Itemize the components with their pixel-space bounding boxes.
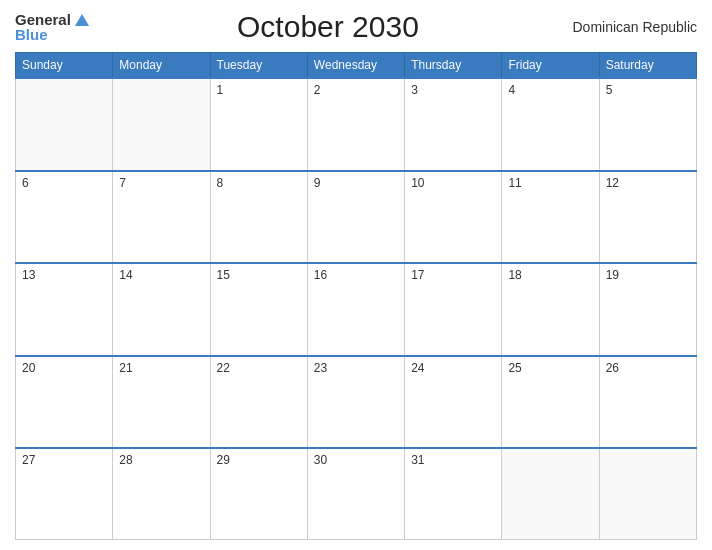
day-number: 16 [314,268,327,282]
calendar-day-cell: 24 [405,356,502,449]
calendar-day-cell: 10 [405,171,502,264]
day-number: 27 [22,453,35,467]
region-label: Dominican Republic [567,19,697,35]
calendar-day-cell: 11 [502,171,599,264]
day-number: 18 [508,268,521,282]
day-number: 30 [314,453,327,467]
day-number: 8 [217,176,224,190]
calendar-day-cell: 5 [599,78,696,171]
day-number: 1 [217,83,224,97]
calendar-day-cell: 29 [210,448,307,539]
day-number: 15 [217,268,230,282]
calendar-day-cell: 17 [405,263,502,356]
calendar-day-cell: 7 [113,171,210,264]
calendar-day-cell: 31 [405,448,502,539]
day-number: 5 [606,83,613,97]
calendar-day-cell: 13 [16,263,113,356]
calendar-title: October 2030 [89,10,567,44]
calendar-day-cell: 3 [405,78,502,171]
day-number: 20 [22,361,35,375]
weekday-header-sunday: Sunday [16,53,113,79]
calendar-day-cell: 28 [113,448,210,539]
calendar-week-row: 20212223242526 [16,356,697,449]
calendar-week-row: 2728293031 [16,448,697,539]
weekday-header-saturday: Saturday [599,53,696,79]
day-number: 13 [22,268,35,282]
logo-triangle-icon [75,14,89,26]
weekday-header-monday: Monday [113,53,210,79]
calendar-day-cell: 30 [307,448,404,539]
day-number: 21 [119,361,132,375]
day-number: 14 [119,268,132,282]
logo: General Blue [15,12,89,42]
calendar-week-row: 13141516171819 [16,263,697,356]
day-number: 29 [217,453,230,467]
logo-general-text: General [15,12,71,27]
weekday-header-friday: Friday [502,53,599,79]
calendar-day-cell: 25 [502,356,599,449]
calendar-day-cell: 1 [210,78,307,171]
calendar-table: SundayMondayTuesdayWednesdayThursdayFrid… [15,52,697,540]
calendar-day-cell: 21 [113,356,210,449]
day-number: 4 [508,83,515,97]
calendar-day-cell: 6 [16,171,113,264]
day-number: 7 [119,176,126,190]
calendar-day-cell: 23 [307,356,404,449]
calendar-body: 1234567891011121314151617181920212223242… [16,78,697,540]
calendar-day-cell: 22 [210,356,307,449]
calendar-day-cell: 4 [502,78,599,171]
day-number: 31 [411,453,424,467]
calendar-week-row: 6789101112 [16,171,697,264]
day-number: 3 [411,83,418,97]
calendar-day-cell: 14 [113,263,210,356]
weekday-header-wednesday: Wednesday [307,53,404,79]
calendar-day-cell: 9 [307,171,404,264]
logo-blue-text: Blue [15,27,89,42]
calendar-day-cell: 27 [16,448,113,539]
day-number: 2 [314,83,321,97]
calendar-day-cell: 8 [210,171,307,264]
calendar-day-cell: 16 [307,263,404,356]
calendar-day-cell [599,448,696,539]
calendar-day-cell: 26 [599,356,696,449]
calendar-day-cell: 20 [16,356,113,449]
day-number: 19 [606,268,619,282]
calendar-day-cell [16,78,113,171]
calendar-day-cell [113,78,210,171]
day-number: 24 [411,361,424,375]
calendar-week-row: 12345 [16,78,697,171]
day-number: 25 [508,361,521,375]
day-number: 22 [217,361,230,375]
calendar-header: SundayMondayTuesdayWednesdayThursdayFrid… [16,53,697,79]
day-number: 12 [606,176,619,190]
calendar-day-cell: 2 [307,78,404,171]
day-number: 17 [411,268,424,282]
day-number: 26 [606,361,619,375]
calendar-day-cell: 19 [599,263,696,356]
weekday-header-tuesday: Tuesday [210,53,307,79]
day-number: 23 [314,361,327,375]
day-number: 9 [314,176,321,190]
page-header: General Blue October 2030 Dominican Repu… [15,10,697,44]
weekday-header-row: SundayMondayTuesdayWednesdayThursdayFrid… [16,53,697,79]
day-number: 28 [119,453,132,467]
calendar-day-cell: 12 [599,171,696,264]
calendar-day-cell: 15 [210,263,307,356]
weekday-header-thursday: Thursday [405,53,502,79]
calendar-day-cell: 18 [502,263,599,356]
day-number: 11 [508,176,521,190]
day-number: 10 [411,176,424,190]
day-number: 6 [22,176,29,190]
calendar-day-cell [502,448,599,539]
